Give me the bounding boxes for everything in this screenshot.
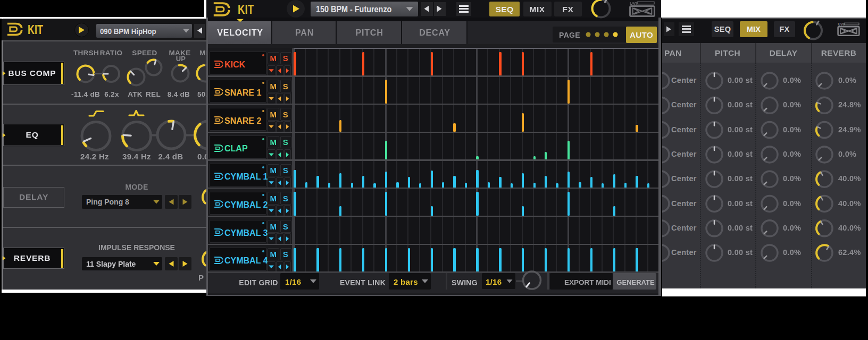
svg-text:UVI: UVI [630,1,637,6]
svg-text:UVI: UVI [838,22,844,26]
